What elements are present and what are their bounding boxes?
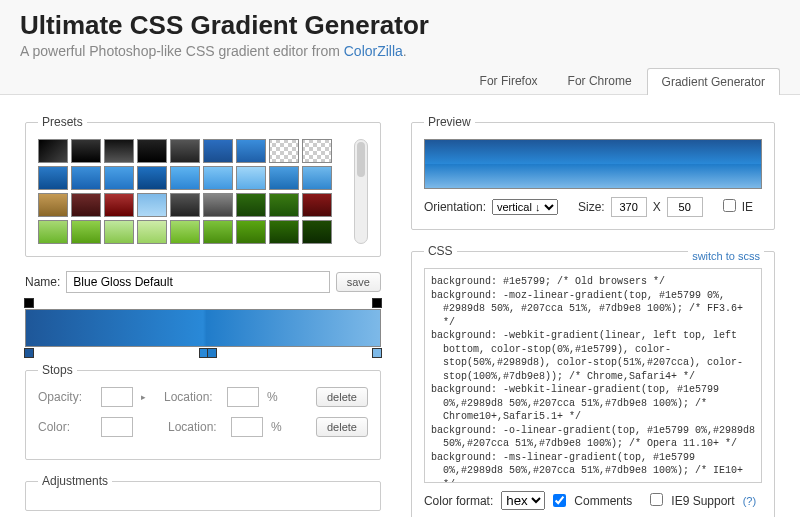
preset-swatch[interactable] — [71, 193, 101, 217]
preset-swatch[interactable] — [38, 139, 68, 163]
ie9-checkbox[interactable] — [650, 493, 663, 506]
preset-swatch[interactable] — [269, 166, 299, 190]
name-row: Name: save — [25, 271, 381, 293]
opacity-location-input[interactable] — [227, 387, 259, 407]
preset-swatch[interactable] — [236, 193, 266, 217]
color-stop-1[interactable] — [24, 348, 34, 358]
stops-panel: Stops Opacity: ▸ Location: % delete Colo… — [25, 363, 381, 460]
location-label-1: Location: — [164, 390, 219, 404]
page-header: Ultimate CSS Gradient Generator A powerf… — [0, 0, 800, 95]
size-x: X — [653, 200, 661, 214]
preset-swatch[interactable] — [269, 193, 299, 217]
ie-checkbox[interactable] — [723, 199, 736, 212]
presets-scrollbar[interactable] — [354, 139, 368, 244]
scroll-thumb[interactable] — [357, 142, 365, 177]
adjustments-panel: Adjustments — [25, 474, 381, 511]
orientation-label: Orientation: — [424, 200, 486, 214]
colorzilla-link[interactable]: ColorZilla — [344, 43, 403, 59]
preset-swatch[interactable] — [203, 220, 233, 244]
preset-swatch[interactable] — [137, 220, 167, 244]
stops-legend: Stops — [38, 363, 77, 377]
preset-swatch[interactable] — [71, 220, 101, 244]
color-input[interactable] — [101, 417, 133, 437]
preset-swatch[interactable] — [104, 166, 134, 190]
preset-swatch[interactable] — [269, 139, 299, 163]
color-stop-4[interactable] — [372, 348, 382, 358]
color-stop-3[interactable] — [207, 348, 217, 358]
preset-swatch[interactable] — [104, 220, 134, 244]
tab-firefox[interactable]: For Firefox — [465, 67, 553, 94]
tab-chrome[interactable]: For Chrome — [553, 67, 647, 94]
name-label: Name: — [25, 275, 60, 289]
color-format-select[interactable]: hex — [501, 491, 545, 510]
preset-swatches — [38, 139, 348, 244]
preset-swatch[interactable] — [38, 193, 68, 217]
page-subtitle: A powerful Photoshop-like CSS gradient e… — [20, 43, 780, 59]
preset-swatch[interactable] — [302, 220, 332, 244]
orientation-select[interactable]: vertical ↓ — [492, 199, 558, 215]
switch-scss-link[interactable]: switch to scss — [688, 250, 764, 262]
gradient-track[interactable] — [25, 309, 381, 347]
preset-swatch[interactable] — [38, 220, 68, 244]
preview-panel: Preview Orientation: vertical ↓ Size: X … — [411, 115, 775, 230]
ie9-label: IE9 Support — [671, 494, 734, 508]
preset-swatch[interactable] — [236, 220, 266, 244]
delete-color-button[interactable]: delete — [316, 417, 368, 437]
gradient-editor — [25, 309, 381, 347]
size-label: Size: — [578, 200, 605, 214]
preset-swatch[interactable] — [170, 139, 200, 163]
opacity-label: Opacity: — [38, 390, 93, 404]
preset-swatch[interactable] — [236, 139, 266, 163]
preview-box — [424, 139, 762, 189]
preset-swatch[interactable] — [269, 220, 299, 244]
css-output[interactable]: background: #1e5799; /* Old browsers */ … — [424, 268, 762, 483]
name-input[interactable] — [66, 271, 329, 293]
preset-swatch[interactable] — [203, 193, 233, 217]
preset-swatch[interactable] — [137, 139, 167, 163]
preset-swatch[interactable] — [137, 193, 167, 217]
size-height-input[interactable] — [667, 197, 703, 217]
preset-swatch[interactable] — [302, 139, 332, 163]
preset-swatch[interactable] — [203, 166, 233, 190]
page-title: Ultimate CSS Gradient Generator — [20, 10, 780, 41]
nav-tabs: For Firefox For Chrome Gradient Generato… — [20, 67, 780, 94]
preset-swatch[interactable] — [302, 166, 332, 190]
save-button[interactable]: save — [336, 272, 381, 292]
opacity-stop-right[interactable] — [372, 298, 382, 308]
opacity-input[interactable] — [101, 387, 133, 407]
opacity-stepper-icon[interactable]: ▸ — [141, 392, 146, 402]
delete-opacity-button[interactable]: delete — [316, 387, 368, 407]
presets-panel: Presets — [25, 115, 381, 257]
preset-swatch[interactable] — [137, 166, 167, 190]
preset-swatch[interactable] — [302, 193, 332, 217]
preset-swatch[interactable] — [104, 139, 134, 163]
presets-legend: Presets — [38, 115, 87, 129]
ie-label: IE — [742, 200, 753, 214]
ie9-help-icon[interactable]: (?) — [743, 495, 756, 507]
color-format-label: Color format: — [424, 494, 493, 508]
size-width-input[interactable] — [611, 197, 647, 217]
preset-swatch[interactable] — [38, 166, 68, 190]
preset-swatch[interactable] — [170, 166, 200, 190]
css-panel: CSS switch to scss background: #1e5799; … — [411, 244, 775, 517]
opacity-stop-left[interactable] — [24, 298, 34, 308]
comments-checkbox[interactable] — [553, 494, 566, 507]
tab-gradient-generator[interactable]: Gradient Generator — [647, 68, 780, 95]
preset-swatch[interactable] — [104, 193, 134, 217]
color-location-input[interactable] — [231, 417, 263, 437]
location-label-2: Location: — [168, 420, 223, 434]
adjustments-legend: Adjustments — [38, 474, 112, 488]
comments-label: Comments — [574, 494, 632, 508]
preset-swatch[interactable] — [203, 139, 233, 163]
css-legend: CSS — [424, 244, 457, 258]
preset-swatch[interactable] — [170, 193, 200, 217]
preview-legend: Preview — [424, 115, 475, 129]
preset-swatch[interactable] — [71, 166, 101, 190]
preset-swatch[interactable] — [236, 166, 266, 190]
color-label: Color: — [38, 420, 93, 434]
preset-swatch[interactable] — [71, 139, 101, 163]
preset-swatch[interactable] — [170, 220, 200, 244]
